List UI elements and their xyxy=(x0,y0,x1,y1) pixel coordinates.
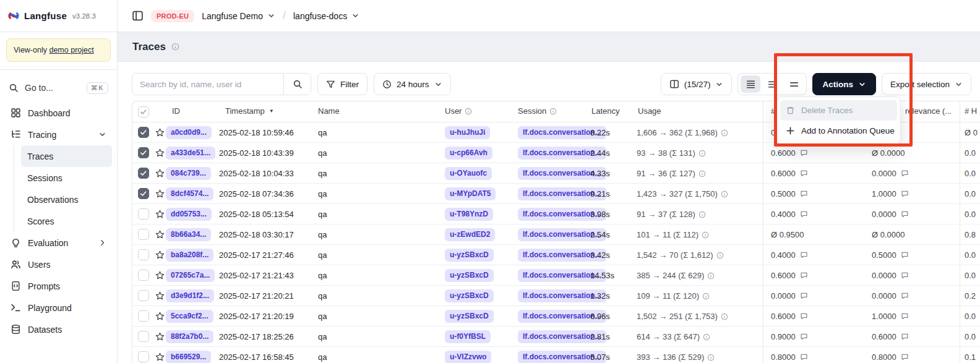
col-header-relevance[interactable]: relevance (... xyxy=(905,106,952,116)
row-checkbox[interactable] xyxy=(138,331,149,342)
sidebar-item-observations[interactable]: Observations xyxy=(21,189,112,210)
row-checkbox[interactable] xyxy=(138,127,149,138)
info-icon[interactable] xyxy=(707,272,715,280)
actions-button[interactable]: Actions xyxy=(812,73,876,95)
row-height-medium-button[interactable] xyxy=(762,75,782,93)
menu-item-delete-traces[interactable]: Delete Traces xyxy=(780,100,897,121)
trace-id-badge[interactable]: 8dcf4574... xyxy=(166,187,213,200)
row-height-large-button[interactable] xyxy=(784,75,804,93)
sidebar-item-playground[interactable]: Playground xyxy=(5,297,112,318)
table-row[interactable]: ba8a208f... 2025-02-17 21:27:46 qa u-yzS… xyxy=(132,245,980,265)
comment-bubble-icon[interactable] xyxy=(800,292,808,300)
comment-bubble-icon[interactable] xyxy=(901,333,909,341)
user-id-badge[interactable]: u-f0YfBSL xyxy=(445,330,491,343)
sidebar-item-tracing[interactable]: Tracing xyxy=(5,124,112,145)
bookmark-star-icon[interactable] xyxy=(155,331,165,342)
trace-id-badge[interactable]: ba8a208f... xyxy=(166,249,213,261)
info-icon[interactable] xyxy=(703,333,710,341)
trace-id-badge[interactable]: 8b66a34... xyxy=(166,228,211,241)
bookmark-star-icon[interactable] xyxy=(155,168,165,179)
user-id-badge[interactable]: u-yzSBxcD xyxy=(445,269,494,281)
info-icon[interactable] xyxy=(702,231,709,239)
user-id-badge[interactable]: u-zEwdED2 xyxy=(445,228,495,241)
bookmark-star-icon[interactable] xyxy=(155,148,165,158)
menu-item-add-to-annotation-queue[interactable]: Add to Annotation Queue xyxy=(780,121,897,141)
table-row[interactable]: 5cca9cf2... 2025-02-17 21:20:19 qa u-yzS… xyxy=(132,306,980,327)
info-icon[interactable] xyxy=(698,211,706,218)
comment-bubble-icon[interactable] xyxy=(800,312,808,320)
info-icon[interactable] xyxy=(721,190,728,198)
comment-bubble-icon[interactable] xyxy=(901,353,909,361)
comment-bubble-icon[interactable] xyxy=(800,271,808,280)
col-header-id[interactable]: ID xyxy=(172,106,180,116)
table-row[interactable]: a433de51... 2025-02-18 10:43:39 qa u-cp6… xyxy=(132,143,980,163)
info-icon[interactable] xyxy=(171,43,179,51)
sidebar-item-prompts[interactable]: Prompts xyxy=(5,275,112,297)
col-header-user[interactable]: User xyxy=(445,106,472,116)
col-header-score-group[interactable]: # xyxy=(771,106,775,116)
comment-bubble-icon[interactable] xyxy=(901,312,909,320)
sidebar-item-sessions[interactable]: Sessions xyxy=(21,167,112,189)
user-id-badge[interactable]: u-OYauofc xyxy=(445,167,492,179)
comment-bubble-icon[interactable] xyxy=(800,353,808,361)
sidebar-item-datasets[interactable]: Datasets xyxy=(5,318,112,340)
bookmark-star-icon[interactable] xyxy=(155,127,165,138)
column-visibility-button[interactable]: (15/27) xyxy=(661,73,733,95)
user-id-badge[interactable]: u-cp66Avh xyxy=(445,147,492,159)
row-checkbox[interactable] xyxy=(138,229,149,240)
bookmark-star-icon[interactable] xyxy=(155,189,165,199)
info-icon[interactable] xyxy=(702,293,710,300)
comment-bubble-icon[interactable] xyxy=(800,190,808,198)
bookmark-star-icon[interactable] xyxy=(155,209,165,220)
row-checkbox[interactable] xyxy=(138,249,149,260)
col-header-session[interactable]: Session xyxy=(518,106,557,116)
info-icon[interactable] xyxy=(721,129,728,137)
user-id-badge[interactable]: u-yzSBxcD xyxy=(445,289,494,302)
user-id-badge[interactable]: u-yzSBxcD xyxy=(445,310,494,322)
sidebar-item-dashboard[interactable]: Dashboard xyxy=(5,102,112,124)
comment-bubble-icon[interactable] xyxy=(800,149,808,157)
goto-search[interactable]: Go to... ⌘K xyxy=(0,75,117,101)
comment-bubble-icon[interactable] xyxy=(901,190,909,198)
sidebar-toggle-icon[interactable] xyxy=(132,10,144,22)
row-checkbox[interactable] xyxy=(138,270,149,281)
trace-id-badge[interactable]: 5cca9cf2... xyxy=(166,310,213,322)
project-selector[interactable]: langfuse-docs xyxy=(293,11,359,21)
info-icon[interactable] xyxy=(698,170,706,177)
user-id-badge[interactable]: u-VIZzvwo xyxy=(445,351,491,363)
col-header-latency[interactable]: Latency xyxy=(591,106,620,116)
comment-bubble-icon[interactable] xyxy=(901,210,909,218)
row-checkbox[interactable] xyxy=(138,208,149,220)
bookmark-star-icon[interactable] xyxy=(155,352,165,362)
row-height-small-button[interactable] xyxy=(741,75,760,93)
comment-bubble-icon[interactable] xyxy=(800,210,808,218)
select-all-checkbox[interactable] xyxy=(138,106,149,117)
info-icon[interactable] xyxy=(716,252,724,259)
table-row[interactable]: 88f2a7b0... 2025-02-17 18:25:26 qa u-f0Y… xyxy=(132,327,980,347)
export-selection-button[interactable]: Export selection xyxy=(882,73,971,95)
bookmark-star-icon[interactable] xyxy=(155,270,165,281)
comment-bubble-icon[interactable] xyxy=(800,169,808,177)
table-row[interactable]: 8dcf4574... 2025-02-18 07:34:36 qa u-MYp… xyxy=(132,184,980,204)
org-selector[interactable]: Langfuse Demo xyxy=(202,11,275,21)
sidebar-item-traces[interactable]: Traces xyxy=(21,145,112,167)
trace-id-badge[interactable]: 084c739... xyxy=(166,167,211,179)
trace-id-badge[interactable]: d3e9d1f2... xyxy=(166,289,214,302)
comment-bubble-icon[interactable] xyxy=(901,169,909,177)
trace-id-badge[interactable]: b669529... xyxy=(166,351,211,363)
table-row[interactable]: 084c739... 2025-02-18 10:04:33 qa u-OYau… xyxy=(132,163,980,184)
bookmark-star-icon[interactable] xyxy=(155,311,165,322)
table-row[interactable]: dd05753... 2025-02-18 05:13:54 qa u-T98Y… xyxy=(132,204,980,224)
col-header-usage[interactable]: Usage xyxy=(638,106,661,116)
sidebar-item-evaluation[interactable]: Evaluation xyxy=(5,232,112,254)
table-row[interactable]: d3e9d1f2... 2025-02-17 21:20:21 qa u-yzS… xyxy=(132,286,980,306)
table-row[interactable]: 07265c7a... 2025-02-17 21:21:43 qa u-yzS… xyxy=(132,265,980,286)
sidebar-item-users[interactable]: Users xyxy=(5,254,112,275)
time-range-button[interactable]: 24 hours xyxy=(374,73,451,95)
trace-id-badge[interactable]: a433de51... xyxy=(166,147,215,159)
col-header-timestamp[interactable]: Timestamp▼ xyxy=(225,106,274,116)
row-checkbox[interactable] xyxy=(138,290,149,301)
trace-id-badge[interactable]: dd05753... xyxy=(166,208,212,220)
comment-bubble-icon[interactable] xyxy=(800,333,808,341)
trace-id-badge[interactable]: 88f2a7b0... xyxy=(166,330,213,343)
